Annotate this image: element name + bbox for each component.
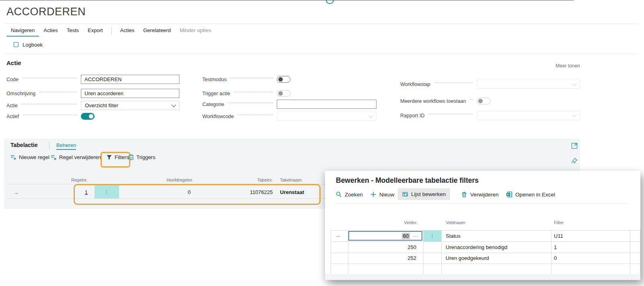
gridline	[551, 230, 551, 274]
cell-veldnaam[interactable]: Urenaccordering benodigd	[446, 241, 507, 253]
actief-toggle[interactable]	[81, 113, 95, 120]
cell-veldnr[interactable]: 250	[373, 241, 416, 253]
field-row-trigger-actie: Trigger actie	[202, 89, 377, 98]
field-row-testmodus: Testmodus	[202, 75, 377, 84]
cell-filter[interactable]: 1	[554, 241, 557, 253]
cell-veldnr[interactable]	[373, 264, 416, 274]
tabelactie-title: Tabelactie	[10, 142, 37, 148]
menu-item-navigeren[interactable]: Navigeren	[6, 27, 39, 37]
chevron-down-icon	[171, 102, 176, 107]
menu-separator	[111, 27, 112, 35]
chevron-down-icon	[572, 81, 576, 86]
menu-item-export[interactable]: Export	[83, 27, 107, 36]
column-header-tabelnr[interactable]: Tabelnr.	[237, 178, 273, 182]
rapport-id-dropdown	[477, 111, 580, 120]
nieuw-label: Nieuw	[379, 192, 395, 198]
menu-item-gerelateerd[interactable]: Gerelateerd	[139, 27, 175, 36]
menu-item-acties[interactable]: Acties	[39, 27, 62, 36]
verwijderen-label: Verwijderen	[470, 192, 499, 198]
page-title: ACCORDEREN	[6, 6, 86, 18]
cell-veldnr[interactable]: 252	[373, 253, 416, 264]
trigger-actie-label: Trigger actie	[202, 91, 230, 96]
toolbar-divider	[335, 203, 628, 204]
workflowcode-dropdown	[277, 112, 377, 121]
workflowstap-dropdown	[477, 80, 580, 89]
loading-spinner-icon	[326, 0, 334, 4]
menu-item-acties-2[interactable]: Acties	[116, 27, 139, 36]
dotted-leader	[23, 114, 77, 115]
gridline	[630, 230, 630, 274]
actie-section-rule	[0, 0, 574, 0]
nieuwe-regel-label: Nieuwe regel	[19, 154, 49, 160]
column-header-filter[interactable]: Filter	[554, 220, 564, 225]
tab-beheren[interactable]: Beheren	[56, 142, 76, 150]
openen-in-excel-label: Openen in Excel	[515, 192, 555, 198]
excel-icon	[506, 191, 512, 198]
workflowcode-label: Workflowcode	[202, 114, 234, 119]
actief-label: Actief	[6, 114, 19, 119]
workflowstap-label: Workflowstap	[400, 82, 430, 87]
trigger-actie-toggle	[277, 90, 290, 97]
cell-veldnaam[interactable]: Status	[446, 230, 461, 241]
openen-in-excel-button[interactable]: Openen in Excel	[506, 191, 555, 198]
triggers-label: Triggers	[136, 154, 155, 160]
cell-veldnaam[interactable]: Uren goedgekeurd	[446, 253, 489, 264]
pin-icon[interactable]	[571, 157, 578, 164]
categorie-label: Categorie	[202, 102, 224, 107]
regel-verwijderen-button[interactable]: Regel verwijderen	[51, 154, 101, 160]
cell-filter[interactable]: 0	[554, 253, 557, 264]
gridline	[331, 230, 640, 231]
actie-dropdown[interactable]: Overzicht filter	[81, 101, 179, 110]
column-header-veldnr[interactable]: Veldnr.	[373, 220, 418, 225]
menu-item-tests[interactable]: Tests	[62, 27, 83, 36]
gridline	[441, 230, 442, 274]
chevron-down-icon	[572, 112, 576, 117]
dotted-leader	[470, 99, 473, 100]
omschrijving-label: Omschrijving	[6, 91, 35, 96]
nieuw-button[interactable]: Nieuw	[370, 191, 395, 198]
field-row-omschrijving: Omschrijving Uren accorderen	[6, 89, 179, 98]
triggers-button[interactable]: Triggers	[128, 154, 155, 160]
code-input[interactable]: ACCORDEREN	[81, 75, 179, 84]
column-header-regelnr[interactable]: Regelnr.	[48, 178, 88, 182]
assist-edit-button[interactable]: ···	[413, 233, 419, 239]
dotted-leader	[428, 114, 473, 114]
menu-item-minder-opties[interactable]: Minder opties	[175, 27, 216, 36]
column-header-tabelnaam[interactable]: Tabelnaam	[280, 178, 302, 182]
filters-highlight-box	[101, 152, 130, 168]
field-row-categorie: Categorie	[202, 100, 377, 109]
field-row-meerdere-workflows: Meerdere workflows toestaan	[400, 96, 580, 106]
categorie-input[interactable]	[277, 100, 377, 109]
logboek-action[interactable]: Logboek	[13, 42, 43, 48]
zoeken-button[interactable]: Zoeken	[335, 191, 363, 198]
testmodus-toggle[interactable]	[277, 76, 290, 83]
verwijderen-button[interactable]: Verwijderen	[461, 191, 499, 198]
business-central-page: { "colors": { "accent": "#0d8d99", "high…	[0, 0, 644, 286]
row-options-cell[interactable]: ⋮	[424, 231, 441, 241]
rapport-id-label: Rapport ID	[400, 113, 424, 118]
dotted-leader	[234, 92, 273, 92]
column-header-veldnaam[interactable]: Veldnaam	[446, 220, 465, 225]
dotted-leader	[39, 92, 77, 92]
meer-tonen-link[interactable]: Meer tonen	[6, 63, 580, 69]
cell-filter[interactable]: U11	[554, 230, 563, 241]
new-line-icon	[10, 154, 16, 160]
field-row-workflowcode: Workflowcode	[202, 112, 377, 121]
toggle-knob	[278, 77, 283, 82]
omschrijving-input[interactable]: Uren accorderen	[81, 89, 179, 98]
column-header-hoofdregelnr[interactable]: Hoofdregelnr.	[153, 178, 193, 182]
current-row-arrow: →	[335, 232, 340, 239]
veldnr-input[interactable]: 60 ···	[348, 231, 422, 241]
nieuwe-regel-button[interactable]: Nieuwe regel	[10, 154, 49, 160]
lijst-bewerken-button[interactable]: Lijst bewerken	[398, 188, 450, 200]
testmodus-label: Testmodus	[202, 77, 226, 82]
field-row-actie: Actie Overzicht filter	[6, 101, 179, 110]
expand-part-button[interactable]	[571, 143, 578, 149]
dialog-footer	[325, 274, 640, 280]
field-row-workflowstap: Workflowstap	[400, 80, 580, 89]
code-label: Code	[6, 77, 19, 82]
chevron-down-icon	[368, 113, 373, 118]
actie-dropdown-value: Overzicht filter	[85, 102, 118, 108]
toggle-knob	[478, 99, 483, 103]
dotted-leader	[434, 82, 473, 83]
